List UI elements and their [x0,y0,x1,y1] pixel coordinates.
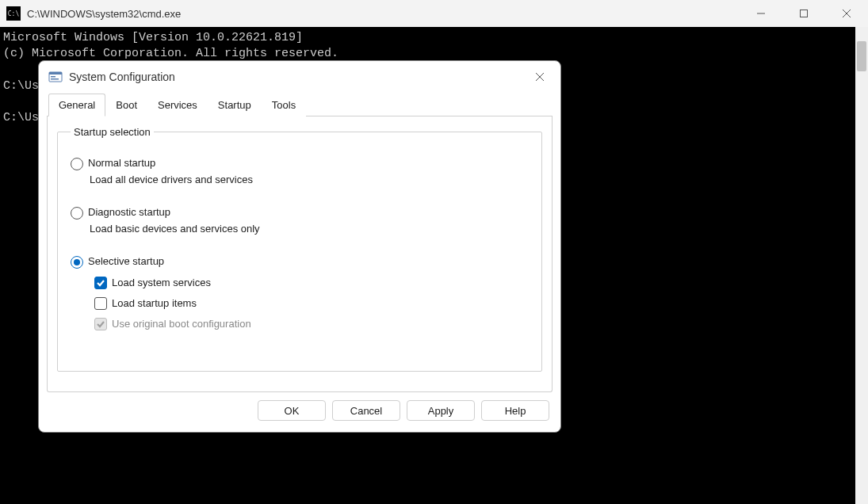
cmd-line: Microsoft Windows [Version 10.0.22621.81… [3,31,303,44]
apply-button[interactable]: Apply [407,400,475,421]
maximize-button[interactable] [782,0,825,27]
diagnostic-startup-option[interactable]: Diagnostic startup [71,206,529,220]
svg-rect-7 [51,78,59,80]
radio-selective[interactable] [71,256,83,269]
radio-normal[interactable] [71,158,83,170]
load-startup-items-option[interactable]: Load startup items [94,297,529,310]
close-button[interactable] [825,0,868,27]
tab-panel-general: Startup selection Normal startup Load al… [47,116,553,392]
svg-rect-5 [49,72,62,74]
scrollbar-thumb[interactable] [857,41,866,71]
cmd-title: C:\WINDOWS\system32\cmd.exe [27,8,740,20]
selective-startup-label: Selective startup [88,255,164,267]
load-startup-label: Load startup items [112,297,197,309]
group-legend: Startup selection [71,126,154,138]
startup-selection-group: Startup selection Normal startup Load al… [57,126,542,372]
svg-rect-6 [51,76,55,78]
cmd-line: (c) Microsoft Corporation. All rights re… [3,47,338,60]
diagnostic-startup-label: Diagnostic startup [88,206,170,218]
original-boot-label: Use original boot configuration [112,318,251,330]
scrollbar-track[interactable] [855,27,868,504]
dialog-title: System Configuration [69,71,524,83]
tab-boot[interactable]: Boot [105,94,147,116]
dialog-buttons: OK Cancel Apply Help [39,392,560,432]
checkbox-load-startup[interactable] [94,297,107,310]
cmd-icon: C:\ [6,6,21,21]
load-system-services-option[interactable]: Load system services [94,277,529,289]
svg-rect-1 [801,10,808,17]
checkbox-original-boot [94,318,107,330]
diagnostic-startup-desc: Load basic devices and services only [90,223,529,235]
minimize-button[interactable] [740,0,782,27]
normal-startup-label: Normal startup [88,157,155,169]
dialog-titlebar: System Configuration [39,61,560,93]
ok-button[interactable]: OK [258,400,326,421]
original-boot-option: Use original boot configuration [94,318,529,330]
tab-general[interactable]: General [48,94,105,116]
radio-diagnostic[interactable] [71,207,83,220]
tablist: General Boot Services Startup Tools [47,93,553,116]
msconfig-icon [48,70,63,84]
tab-startup[interactable]: Startup [208,94,262,116]
tabs-wrap: General Boot Services Startup Tools [39,93,560,116]
tab-services[interactable]: Services [147,94,208,116]
selective-startup-option[interactable]: Selective startup [71,255,529,269]
load-system-label: Load system services [112,277,211,288]
help-button[interactable]: Help [481,400,549,421]
normal-startup-desc: Load all device drivers and services [90,174,529,185]
checkbox-load-system[interactable] [94,277,107,289]
normal-startup-option[interactable]: Normal startup [71,157,529,170]
tab-tools[interactable]: Tools [262,94,306,116]
window-controls [740,0,868,27]
cancel-button[interactable]: Cancel [332,400,400,421]
system-configuration-dialog: System Configuration General Boot Servic… [38,60,561,433]
dialog-close-button[interactable] [524,65,556,89]
cmd-titlebar: C:\ C:\WINDOWS\system32\cmd.exe [0,0,868,27]
